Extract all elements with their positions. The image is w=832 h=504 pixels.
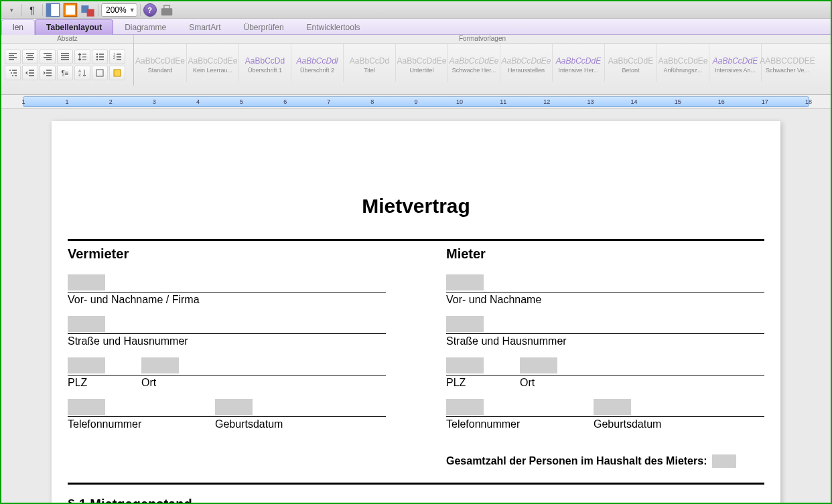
mieter-plz-label: PLZ: [446, 375, 520, 398]
decrease-indent-icon[interactable]: [22, 66, 38, 80]
style-sample: AaBbCcDdl: [296, 52, 338, 67]
mieter-street-field[interactable]: [446, 315, 764, 334]
form-placeholder[interactable]: [215, 399, 253, 415]
tab-partial[interactable]: len: [1, 19, 35, 35]
style-intensive-her-[interactable]: AaBbCcDdEIntensive Her...: [552, 44, 604, 82]
tab-entwicklertools[interactable]: Entwicklertools: [295, 19, 372, 35]
rule-heavy: [68, 239, 764, 241]
style-sample: AaBbCcDdEe: [135, 52, 185, 67]
style-sample: AaBbCcDdEe: [188, 52, 237, 67]
vermieter-plz-field[interactable]: [68, 357, 141, 375]
pilcrow-icon[interactable]: [25, 3, 40, 17]
tab-smartart[interactable]: SmartArt: [178, 19, 232, 35]
form-placeholder[interactable]: [68, 399, 105, 415]
style-kein-leerrau-[interactable]: AaBbCcDdEeKein Leerrau...: [186, 44, 238, 82]
numbering-icon[interactable]: 12: [109, 50, 125, 64]
style-name: Titel: [345, 67, 394, 74]
household-count-row: Gesamtzahl der Personen im Haushalt des …: [446, 454, 764, 468]
style-standard[interactable]: AaBbCcDdEeStandard: [134, 44, 186, 82]
help-icon[interactable]: ?: [143, 3, 157, 17]
bullets-icon[interactable]: [92, 50, 108, 64]
form-placeholder[interactable]: [520, 357, 557, 373]
mieter-name-field[interactable]: [446, 274, 764, 292]
increase-indent-icon[interactable]: [40, 66, 56, 80]
form-placeholder[interactable]: [68, 357, 105, 373]
mieter-ort-field[interactable]: [520, 357, 764, 375]
toolbox-icon[interactable]: [159, 3, 174, 17]
separator: [42, 4, 43, 16]
ruler-number: 12: [543, 98, 550, 105]
arrange-icon[interactable]: [80, 3, 95, 17]
mieter-plz-field[interactable]: [446, 357, 520, 375]
style-betont[interactable]: AaBbCcDdEBetont: [604, 44, 656, 82]
vermieter-ort-label: Ort: [141, 375, 386, 398]
separator: [98, 4, 98, 16]
justify-icon[interactable]: [57, 50, 73, 64]
mieter-dob-field[interactable]: [594, 398, 764, 417]
svg-rect-1: [46, 3, 51, 16]
form-placeholder[interactable]: [446, 274, 484, 290]
mieter-tel-field[interactable]: [446, 398, 594, 417]
form-placeholder[interactable]: [68, 274, 105, 290]
vermieter-name-field[interactable]: [68, 274, 386, 292]
vermieter-dob-field[interactable]: [215, 398, 386, 417]
style-titel[interactable]: AaBbCcDdTitel: [343, 44, 395, 82]
undo-dropdown-icon[interactable]: ▾: [4, 3, 19, 17]
form-placeholder[interactable]: [446, 316, 484, 332]
form-placeholder[interactable]: [446, 399, 484, 415]
household-label: Gesamtzahl der Personen im Haushalt des …: [446, 455, 707, 467]
page-color-icon[interactable]: [63, 3, 78, 17]
vermieter-tel-field[interactable]: [68, 398, 215, 417]
ruler-number: 1: [21, 98, 25, 105]
style-sample: AaBbCcDdEe: [449, 52, 498, 67]
document-scroll-area[interactable]: Mietvertrag Vermieter Vor- und Nachname …: [1, 109, 831, 504]
tab-ueberpruefen[interactable]: Überprüfen: [232, 19, 295, 35]
ruler-container: 1123456789101112131415161718: [1, 95, 831, 109]
shading-icon[interactable]: [109, 66, 125, 80]
line-spacing-icon[interactable]: [74, 50, 90, 64]
svg-text:Z: Z: [78, 73, 81, 77]
vermieter-plz-ort-row: PLZ Ort: [68, 357, 386, 398]
zoom-combo[interactable]: 200% ▼: [101, 3, 137, 17]
style--berschrift-1[interactable]: AaBbCcDdÜberschrift 1: [238, 44, 291, 82]
styles-gallery[interactable]: AaBbCcDdEeStandardAaBbCcDdEeKein Leerrau…: [134, 44, 831, 94]
style-anf-hrungsz-[interactable]: AaBbCcDdEeAnführungsz...: [656, 44, 709, 82]
tab-tabellenlayout[interactable]: Tabellenlayout: [35, 19, 113, 35]
align-center-icon[interactable]: [22, 50, 38, 64]
style-sample: AaBbCcDdE: [608, 52, 653, 67]
align-right-icon[interactable]: [40, 50, 56, 64]
vermieter-name-label: Vor- und Nachname / Firma: [68, 292, 386, 315]
show-marks-icon[interactable]: ¶≡: [57, 66, 73, 80]
style-sample: AABBCCDDEE: [760, 52, 815, 67]
form-placeholder[interactable]: [141, 357, 179, 373]
ruler-number: 2: [109, 98, 113, 105]
page-layout-icon[interactable]: [46, 3, 60, 17]
ruler-number: 14: [631, 98, 638, 105]
mieter-plz-ort-row: PLZ Ort: [446, 357, 764, 398]
vermieter-ort-field[interactable]: [141, 357, 386, 375]
household-count-field[interactable]: [712, 454, 736, 468]
vermieter-street-field[interactable]: [68, 315, 386, 334]
align-left-icon[interactable]: [5, 50, 21, 64]
form-placeholder[interactable]: [68, 316, 105, 332]
vermieter-dob-label: Geburtsdatum: [215, 417, 386, 440]
svg-rect-15: [96, 70, 103, 76]
sort-icon[interactable]: AZ: [74, 66, 90, 80]
tab-diagramme[interactable]: Diagramme: [113, 19, 178, 35]
section-1-heading: § 1 Mietgegenstand: [68, 497, 764, 504]
horizontal-ruler[interactable]: 1123456789101112131415161718: [23, 96, 809, 107]
borders-icon[interactable]: [92, 66, 108, 80]
style-herausstellen[interactable]: AaBbCcDdEeHerausstellen: [500, 44, 552, 82]
style-untertitel[interactable]: AaBbCcDdEeUntertitel: [395, 44, 447, 82]
style--berschrift-2[interactable]: AaBbCcDdlÜberschrift 2: [291, 44, 343, 82]
multilevel-list-icon[interactable]: [5, 66, 21, 80]
group-label-absatz: Absatz: [1, 35, 134, 44]
form-placeholder[interactable]: [446, 357, 484, 373]
style-intensives-an-[interactable]: AaBbCcDdEIntensives An...: [709, 44, 761, 82]
style-schwacher-ve-[interactable]: AABBCCDDEESchwacher Ve...: [761, 44, 813, 82]
group-label-formatvorlagen: Formatvorlagen: [134, 35, 831, 44]
style-name: Schwacher Ve...: [763, 67, 812, 74]
style-schwache-her-[interactable]: AaBbCcDdEeSchwache Her...: [447, 44, 500, 82]
mieter-ort-label: Ort: [520, 375, 764, 398]
form-placeholder[interactable]: [594, 399, 631, 415]
